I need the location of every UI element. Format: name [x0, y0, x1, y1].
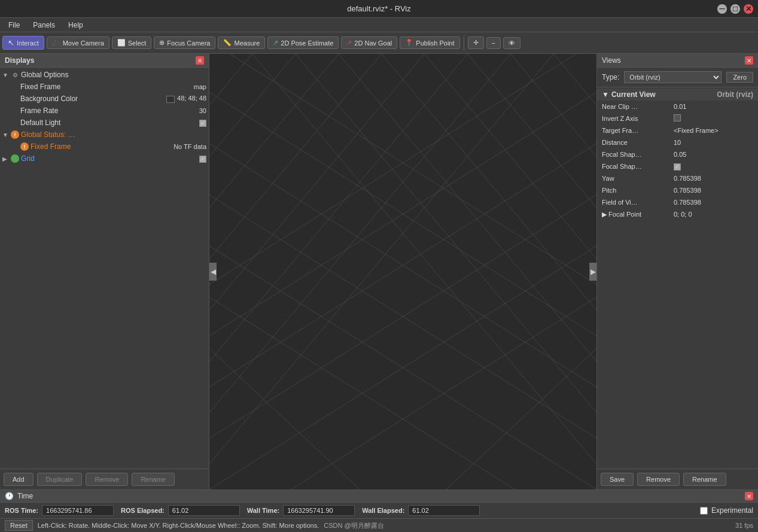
svg-line-11	[424, 54, 596, 259]
select-button[interactable]: ⬜ Select	[112, 37, 152, 49]
menu-panels[interactable]: Panels	[27, 20, 61, 31]
views-close-button[interactable]: ✕	[745, 56, 753, 65]
focus-camera-label: Focus Camera	[167, 39, 210, 47]
measure-label: Measure	[234, 39, 260, 47]
menu-help[interactable]: Help	[62, 20, 89, 31]
view-row-invert-z[interactable]: Invert Z Axis	[597, 113, 758, 124]
svg-line-28	[209, 54, 296, 156]
view-row-yaw[interactable]: Yaw 0.785398	[597, 172, 758, 184]
zero-button[interactable]: Zero	[726, 72, 753, 83]
ros-elapsed-label: ROS Elapsed:	[121, 507, 165, 514]
focus-icon: ⊕	[159, 39, 165, 47]
remove-view-button[interactable]: Remove	[637, 473, 680, 486]
svg-line-4	[209, 54, 596, 284]
reset-button[interactable]: Reset	[5, 520, 33, 531]
displays-empty-area	[0, 269, 209, 469]
default-light-checkbox[interactable]: ✓	[199, 120, 206, 127]
focal-shape-2-checkbox[interactable]: ✓	[674, 163, 681, 171]
interact-button[interactable]: ↖ Interact	[2, 36, 44, 50]
distance-key: Distance	[602, 139, 674, 146]
view-row-focal-point[interactable]: ▶ Focal Point 0; 0; 0	[597, 208, 758, 220]
view-row-fov[interactable]: Field of Vi… 0.785398	[597, 196, 758, 208]
view-row-distance[interactable]: Distance 10	[597, 136, 758, 148]
views-type-row: Type: Orbit (rviz) Zero	[597, 68, 758, 87]
tree-row-fixed-frame[interactable]: Fixed Frame map	[0, 81, 209, 93]
focus-camera-button[interactable]: ⊕ Focus Camera	[154, 37, 215, 49]
expand-icon-2: ▼	[2, 132, 11, 138]
plus-icon: ✛	[473, 39, 479, 47]
focal-shape-1-key: Focal Shap…	[602, 151, 674, 158]
tree-row-frame-rate[interactable]: Frame Rate 30	[0, 105, 209, 117]
statusbar: 🕐 Time ✕ ROS Time: 1663295741.86 ROS Ela…	[0, 490, 758, 532]
measure-button[interactable]: 📏 Measure	[218, 37, 265, 49]
toolbar-separator	[464, 36, 464, 50]
toolbar-extra-3[interactable]: 👁	[503, 37, 520, 49]
tree-row-default-light[interactable]: Default Light ✓	[0, 117, 209, 129]
time-header: 🕐 Time ✕	[0, 490, 758, 503]
view-row-pitch[interactable]: Pitch 0.785398	[597, 184, 758, 196]
save-view-button[interactable]: Save	[601, 473, 634, 486]
close-button[interactable]: ✕	[744, 4, 753, 14]
warn-icon-1: !	[11, 130, 19, 139]
window-controls[interactable]: ─ □ ✕	[717, 4, 753, 14]
grid-checkbox: ✓	[199, 155, 206, 163]
view-row-focal-shape-1[interactable]: Focal Shap… 0.05	[597, 148, 758, 160]
type-select[interactable]: Orbit (rviz)	[624, 71, 722, 83]
time-close-button[interactable]: ✕	[745, 492, 753, 500]
minimize-button[interactable]: ─	[717, 4, 727, 14]
nav-icon: ↗	[346, 39, 352, 47]
2d-pose-button[interactable]: ↗ 2D Pose Estimate	[267, 37, 339, 49]
2d-nav-button[interactable]: ↗ 2D Nav Goal	[341, 37, 397, 49]
duplicate-button[interactable]: Duplicate	[37, 473, 83, 486]
maximize-button[interactable]: □	[730, 4, 740, 14]
current-view-type: Orbit (rviz)	[717, 90, 753, 99]
tree-row-global-options[interactable]: ▼ ⚙ Global Options	[0, 69, 209, 81]
menubar: File Panels Help	[0, 18, 758, 32]
toolbar-extra-1[interactable]: ✛	[468, 37, 484, 49]
wall-time-field: Wall Time: 1663295741.90	[247, 505, 355, 516]
svg-line-13	[510, 54, 596, 156]
views-title: Views	[602, 56, 621, 65]
tree-row-global-status[interactable]: ▼ ! Global Status: …	[0, 129, 209, 141]
experimental-checkbox[interactable]	[700, 507, 708, 515]
svg-line-24	[209, 54, 467, 361]
invert-z-checkbox[interactable]	[674, 114, 681, 121]
move-camera-button[interactable]: 🎥 Move Camera	[47, 37, 109, 49]
yaw-val: 0.785398	[674, 175, 701, 182]
select-label: Select	[128, 39, 147, 47]
svg-line-29	[209, 54, 252, 105]
svg-line-26	[209, 54, 382, 259]
grid-check[interactable]: ✓	[199, 156, 206, 163]
menu-file[interactable]: File	[2, 20, 26, 31]
move-camera-label: Move Camera	[63, 39, 104, 47]
pose-icon: ↗	[273, 39, 278, 47]
toolbar: ↖ Interact 🎥 Move Camera ⬜ Select ⊕ Focu…	[0, 32, 758, 54]
publish-point-button[interactable]: 📍 Publish Point	[400, 37, 459, 49]
viewport-arrow-right[interactable]: ▶	[589, 263, 596, 281]
main-layout: Displays ✕ ▼ ⚙ Global Options Fixed Fram…	[0, 54, 758, 490]
tree-row-bg-color[interactable]: Background Color 48; 48; 48	[0, 93, 209, 105]
toolbar-extra-2[interactable]: −	[486, 37, 501, 49]
views-bottom: Save Remove Rename	[597, 469, 758, 490]
viewport[interactable]: ◀ ▶	[209, 54, 596, 490]
displays-bottom: Add Duplicate Remove Rename	[0, 469, 209, 490]
view-row-near-clip[interactable]: Near Clip … 0.01	[597, 101, 758, 113]
pitch-key: Pitch	[602, 187, 674, 194]
svg-line-14	[553, 54, 596, 105]
viewport-arrow-left[interactable]: ◀	[209, 263, 217, 281]
tree-row-grid[interactable]: ▶ Grid ✓	[0, 153, 209, 165]
remove-button[interactable]: Remove	[86, 473, 128, 486]
svg-line-7	[252, 54, 596, 464]
tree-row-fixed-frame-status[interactable]: ! Fixed Frame No TF data	[0, 141, 209, 153]
rename-button[interactable]: Rename	[132, 473, 175, 486]
default-light-label: Default Light	[20, 118, 199, 127]
expand-current-icon: ▼	[602, 90, 609, 99]
displays-close-button[interactable]: ✕	[196, 56, 204, 65]
view-row-focal-shape-2[interactable]: Focal Shap… ✓	[597, 160, 758, 172]
titlebar: default.rviz* - RViz ─ □ ✕	[0, 0, 758, 18]
rename-view-button[interactable]: Rename	[683, 473, 726, 486]
add-button[interactable]: Add	[4, 473, 34, 486]
time-title: Time	[17, 492, 33, 500]
svg-line-8	[296, 54, 596, 413]
view-row-target-frame[interactable]: Target Fra… <Fixed Frame>	[597, 124, 758, 136]
